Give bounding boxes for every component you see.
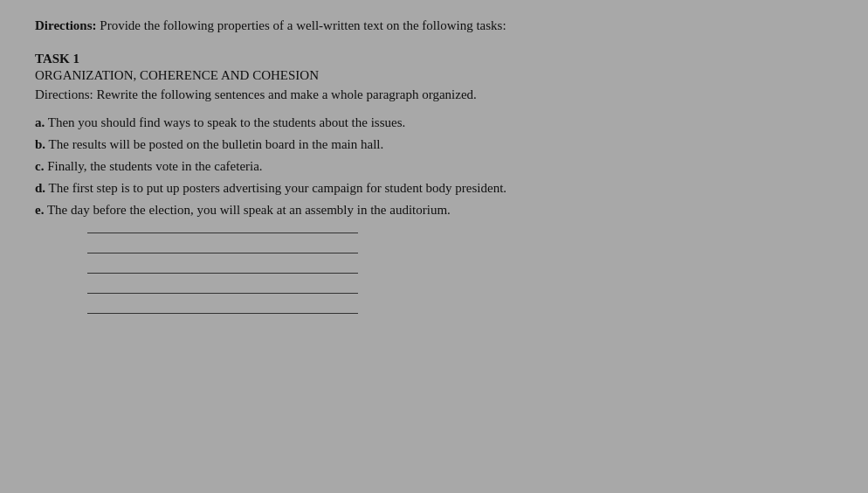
sentences-list: a. Then you should find ways to speak to… <box>35 112 833 220</box>
answer-line-3[interactable] <box>87 273 358 274</box>
sentence-a-letter: a. <box>35 115 45 129</box>
sentence-d-text: The first step is to put up posters adve… <box>49 181 507 195</box>
sentence-e-text: The day before the election, you will sp… <box>47 203 451 217</box>
sentence-d: d. The first step is to put up posters a… <box>35 177 833 198</box>
sentence-e-letter: e. <box>35 203 44 217</box>
directions-text: Provide the following properties of a we… <box>97 18 506 32</box>
answer-lines-container <box>87 233 833 314</box>
directions-label: Directions: <box>35 18 97 32</box>
answer-line-1[interactable] <box>87 233 358 233</box>
sentence-c-text: Finally, the students vote in the cafete… <box>47 159 262 173</box>
sentence-e: e. The day before the election, you will… <box>35 199 833 220</box>
page: Directions: Provide the following proper… <box>0 0 868 493</box>
answer-line-4[interactable] <box>87 293 358 294</box>
answer-line-5[interactable] <box>87 313 358 314</box>
sentence-c: c. Finally, the students vote in the caf… <box>35 156 833 177</box>
sentence-a-text: Then you should find ways to speak to th… <box>48 115 406 129</box>
task1-subtitle: ORGANIZATION, COHERENCE AND COHESION <box>35 68 833 83</box>
task1-block: TASK 1 ORGANIZATION, COHERENCE AND COHES… <box>35 52 833 314</box>
sentence-b: b. The results will be posted on the bul… <box>35 134 833 155</box>
task1-instruction: Directions: Rewrite the following senten… <box>35 85 833 105</box>
task1-instruction-text: Rewrite the following sentences and make… <box>93 87 477 101</box>
task1-title: TASK 1 <box>35 52 833 66</box>
sentence-b-letter: b. <box>35 137 45 151</box>
directions-block: Directions: Provide the following proper… <box>35 16 833 36</box>
sentence-a: a. Then you should find ways to speak to… <box>35 112 833 133</box>
sentence-c-letter: c. <box>35 159 44 173</box>
sentence-b-text: The results will be posted on the bullet… <box>49 137 384 151</box>
answer-line-2[interactable] <box>87 253 358 253</box>
task1-instruction-label: Directions: <box>35 87 93 101</box>
sentence-d-letter: d. <box>35 181 45 195</box>
